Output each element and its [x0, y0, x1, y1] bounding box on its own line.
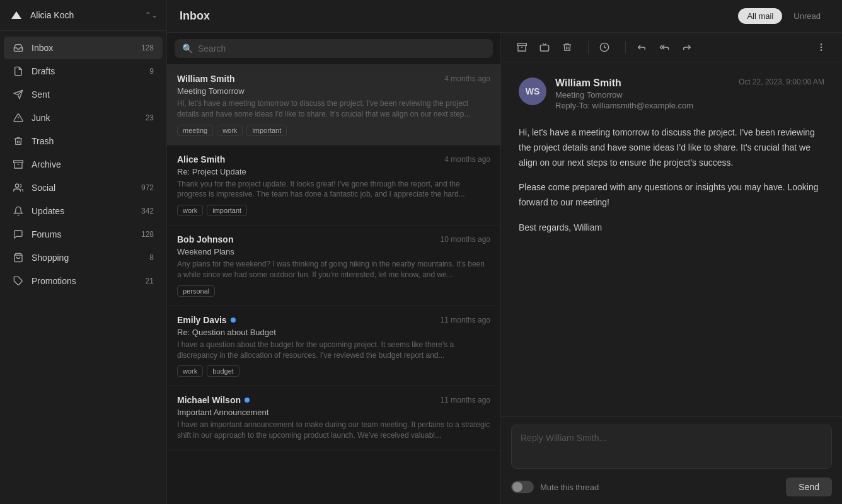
users-icon	[13, 182, 24, 193]
email-list-item[interactable]: Michael Wilson 11 months ago Important A…	[167, 386, 500, 450]
file-icon	[13, 66, 24, 77]
tag-icon	[13, 275, 24, 287]
email-list-item[interactable]: Bob Johnson 10 months ago Weekend Plans …	[167, 226, 500, 306]
email-item-header: Emily Davis 11 months ago	[177, 315, 490, 325]
header: Inbox All mail Unread	[167, 0, 842, 33]
sidebar-item-social[interactable]: Social 972	[4, 176, 163, 199]
sidebar-item-label-junk: Junk	[32, 113, 138, 123]
filter-tabs: All mail Unread	[738, 8, 829, 24]
toolbar-group-snooze	[594, 38, 615, 57]
main-area: Inbox All mail Unread 🔍 William Smith 4 …	[167, 0, 842, 504]
filter-all-button[interactable]: All mail	[738, 8, 782, 24]
account-icon	[9, 8, 24, 23]
detail-replyto: Reply-To: williamsmith@example.com	[555, 101, 730, 110]
unread-dot	[231, 318, 236, 323]
email-preview: I have an important announcement to make…	[177, 420, 490, 441]
sidebar-item-updates[interactable]: Updates 342	[4, 200, 163, 222]
search-input[interactable]	[198, 43, 485, 54]
detail-body-p3: Best regards, William	[519, 220, 824, 236]
svg-point-6	[15, 184, 18, 187]
sidebar-item-label-drafts: Drafts	[32, 66, 142, 76]
email-tag: budget	[207, 365, 239, 377]
svg-point-14	[821, 47, 821, 47]
account-name: Alicia Koch	[30, 10, 139, 20]
email-sender: Alice Smith	[177, 154, 225, 164]
sidebar-badge-social: 972	[141, 183, 154, 192]
detail-content: Hi, let's have a meeting tomorrow to dis…	[519, 125, 824, 236]
email-subject: Re: Question about Budget	[177, 328, 490, 337]
detail-subject: Meeting Tomorrow	[555, 90, 730, 100]
reply-all-button[interactable]	[654, 38, 675, 57]
sidebar-item-trash[interactable]: Trash	[4, 130, 163, 152]
detail-body: WS William Smith Meeting Tomorrow Reply-…	[501, 62, 842, 416]
email-list: 🔍 William Smith 4 months ago Meeting Tom…	[167, 33, 501, 504]
sidebar-item-label-social: Social	[32, 183, 134, 193]
detail-replyto-email: williamsmith@example.com	[592, 101, 694, 110]
email-sender: Bob Johnson	[177, 234, 233, 244]
forward-button[interactable]	[676, 38, 698, 57]
search-input-wrap: 🔍	[175, 39, 493, 58]
sidebar-item-forums[interactable]: Forums 128	[4, 223, 163, 246]
email-tags: workimportant	[177, 205, 490, 216]
sidebar-item-label-forums: Forums	[32, 229, 134, 239]
sidebar-item-junk[interactable]: Junk 23	[4, 106, 163, 129]
email-time: 11 months ago	[441, 396, 490, 404]
archive-button[interactable]	[511, 38, 533, 57]
detail-date: Oct 22, 2023, 9:00:00 AM	[739, 77, 824, 86]
toolbar-separator-2	[625, 41, 626, 54]
trash-icon	[13, 135, 24, 147]
email-list-item[interactable]: Emily Davis 11 months ago Re: Question a…	[167, 306, 500, 387]
detail-email-header: WS William Smith Meeting Tomorrow Reply-…	[519, 77, 824, 110]
email-tag: work	[177, 205, 203, 216]
send-button[interactable]: Send	[786, 478, 832, 496]
email-list-item[interactable]: Alice Smith 4 months ago Re: Project Upd…	[167, 146, 500, 226]
email-subject: Weekend Plans	[177, 247, 490, 256]
search-icon: 🔍	[182, 43, 193, 54]
email-detail: WS William Smith Meeting Tomorrow Reply-…	[501, 33, 842, 504]
sidebar-badge-junk: 23	[146, 113, 154, 122]
email-preview: Any plans for the weekend? I was thinkin…	[177, 259, 490, 280]
email-time: 11 months ago	[441, 316, 490, 324]
inbox-icon	[13, 42, 24, 54]
sidebar-item-sent[interactable]: Sent	[4, 83, 163, 106]
email-item-header: Alice Smith 4 months ago	[177, 154, 490, 164]
snooze-button[interactable]	[594, 38, 615, 57]
sidebar-item-label-trash: Trash	[32, 136, 154, 146]
delete-button[interactable]	[557, 38, 578, 57]
detail-body-p2: Please come prepared with any questions …	[519, 180, 824, 210]
mute-toggle[interactable]	[511, 481, 534, 493]
sidebar-badge-promotions: 21	[146, 277, 154, 285]
email-list-scroll: William Smith 4 months ago Meeting Tomor…	[167, 65, 500, 504]
sidebar-item-shopping[interactable]: Shopping 8	[4, 246, 163, 269]
sidebar-item-archive[interactable]: Archive	[4, 153, 163, 176]
sidebar-item-drafts[interactable]: Drafts 9	[4, 60, 163, 83]
avatar: WS	[519, 77, 546, 105]
account-selector[interactable]: Alicia Koch ⌃⌄	[0, 0, 166, 31]
email-tag: meeting	[177, 125, 213, 136]
email-subject: Meeting Tomorrow	[177, 86, 490, 96]
sidebar-item-inbox[interactable]: Inbox 128	[4, 37, 163, 59]
sidebar-badge-inbox: 128	[141, 43, 154, 52]
spam-button[interactable]	[534, 38, 555, 57]
filter-unread-button[interactable]: Unread	[785, 8, 829, 24]
email-time: 4 months ago	[444, 155, 490, 164]
email-preview: I have a question about the budget for t…	[177, 340, 490, 361]
alert-icon	[13, 112, 24, 123]
svg-point-15	[821, 50, 821, 50]
sidebar-item-label-promotions: Promotions	[32, 276, 138, 286]
sidebar-badge-shopping: 8	[149, 253, 154, 262]
toolbar-group-actions	[511, 38, 578, 57]
search-bar: 🔍	[167, 33, 500, 65]
sidebar-item-label-updates: Updates	[32, 206, 134, 216]
reply-button[interactable]	[631, 38, 652, 57]
reply-textarea[interactable]	[511, 425, 832, 469]
email-list-item[interactable]: William Smith 4 months ago Meeting Tomor…	[167, 65, 500, 146]
reply-footer: Mute this thread Send	[511, 478, 832, 496]
email-tags: workbudget	[177, 365, 490, 377]
detail-sender-name: William Smith	[555, 77, 730, 89]
email-subject: Important Announcement	[177, 408, 490, 417]
nav-items: Inbox 128 Drafts 9 Sent Junk 23 Trash Ar…	[0, 31, 166, 504]
sidebar-item-promotions[interactable]: Promotions 21	[4, 270, 163, 292]
more-button[interactable]	[810, 38, 832, 57]
email-preview: Hi, let's have a meeting tomorrow to dis…	[177, 98, 490, 120]
